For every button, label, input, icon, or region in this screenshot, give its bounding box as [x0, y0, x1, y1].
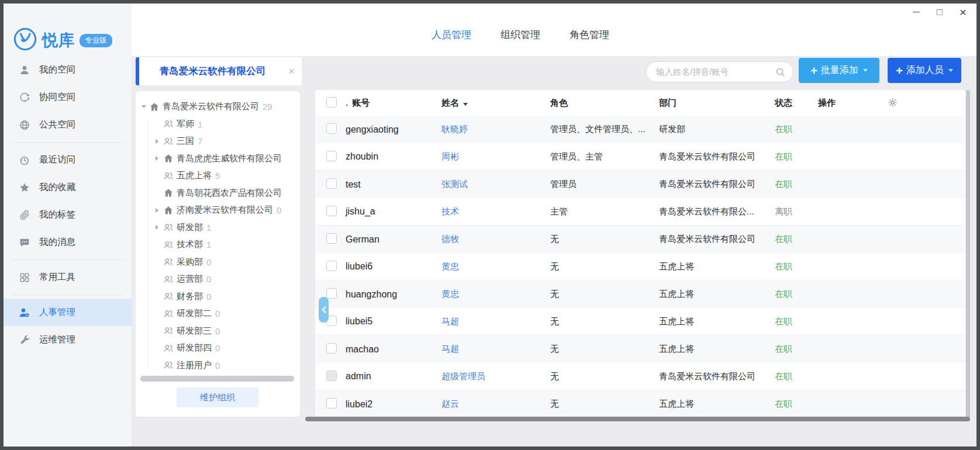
- table-vertical-scrollbar[interactable]: [966, 90, 970, 418]
- shield-check-icon[interactable]: [836, 178, 848, 191]
- row-checkbox[interactable]: [326, 233, 337, 244]
- sidebar-item-common-tools[interactable]: 常用工具: [4, 264, 132, 291]
- column-settings-gear-icon[interactable]: [887, 97, 898, 108]
- more-actions-icon[interactable]: [871, 261, 883, 273]
- edit-icon[interactable]: [818, 206, 830, 218]
- batch-add-button[interactable]: + 批量添加: [799, 58, 879, 83]
- row-checkbox[interactable]: [326, 151, 337, 161]
- edit-icon[interactable]: [818, 151, 830, 163]
- tree-arrow-icon[interactable]: [156, 156, 163, 161]
- tree-item[interactable]: 财务部 0: [136, 288, 300, 306]
- row-checkbox[interactable]: [326, 261, 337, 271]
- sidebar-item-personnel-management[interactable]: 人事管理: [4, 299, 132, 326]
- row-checkbox[interactable]: [326, 343, 337, 354]
- edit-icon[interactable]: [818, 261, 830, 273]
- sort-caret-icon[interactable]: [463, 103, 468, 106]
- edit-icon[interactable]: [818, 316, 830, 328]
- tree-item[interactable]: 青岛朝花西农产品有限公司: [136, 185, 300, 202]
- tree-collapse-handle[interactable]: [319, 297, 329, 323]
- tree-arrow-icon[interactable]: [156, 208, 163, 213]
- sidebar-item-public-space[interactable]: 公共空间: [4, 111, 132, 139]
- tree-item[interactable]: 济南爱米云软件有限公司 0: [136, 202, 300, 219]
- search-input[interactable]: [647, 67, 775, 77]
- trash-icon[interactable]: [853, 178, 865, 191]
- person-name-link[interactable]: 黄忠: [441, 261, 459, 271]
- tree-item[interactable]: 青岛虎虎生威软件有限公司: [136, 150, 300, 168]
- sidebar-item-my-messages[interactable]: 我的消息: [4, 229, 132, 256]
- more-actions-icon[interactable]: [871, 151, 883, 163]
- sidebar-item-collab-space[interactable]: 协同空间: [4, 84, 132, 111]
- more-actions-icon[interactable]: [871, 288, 883, 300]
- more-actions-icon[interactable]: [871, 398, 883, 410]
- person-name-link[interactable]: 黄忠: [441, 289, 459, 299]
- person-name-link[interactable]: 超级管理员: [441, 371, 485, 381]
- close-icon[interactable]: ×: [955, 5, 971, 20]
- tree-item[interactable]: 技术部 1: [136, 236, 300, 254]
- add-person-button[interactable]: + 添加人员: [888, 58, 961, 83]
- trash-icon[interactable]: [853, 316, 865, 328]
- search-icon[interactable]: [775, 67, 786, 78]
- maximize-icon[interactable]: □: [932, 5, 947, 20]
- trash-icon[interactable]: [853, 233, 865, 245]
- shield-check-icon[interactable]: [836, 398, 848, 410]
- shield-check-icon[interactable]: [836, 343, 848, 355]
- shield-check-icon[interactable]: [836, 151, 848, 163]
- row-checkbox[interactable]: [326, 123, 337, 134]
- trash-icon[interactable]: [853, 288, 865, 300]
- minimize-icon[interactable]: ─: [909, 5, 924, 20]
- row-checkbox[interactable]: [326, 206, 337, 216]
- tree-arrow-icon[interactable]: [142, 105, 149, 108]
- tree-arrow-icon[interactable]: [156, 225, 163, 230]
- tree-item[interactable]: 军师 1: [136, 116, 300, 133]
- edit-icon[interactable]: [818, 398, 830, 410]
- tree-item[interactable]: 青岛爱米云软件有限公司 29: [136, 98, 300, 116]
- person-name-link[interactable]: 张测试: [441, 179, 468, 189]
- trash-icon[interactable]: [853, 206, 865, 218]
- more-actions-icon[interactable]: [871, 178, 883, 191]
- tree-item[interactable]: 研发部四 0: [136, 340, 300, 357]
- sidebar-item-my-favorites[interactable]: 我的收藏: [4, 174, 132, 201]
- tree-item[interactable]: 采购部 0: [136, 254, 300, 271]
- table-horizontal-scrollbar[interactable]: [305, 417, 970, 421]
- person-name-link[interactable]: 马超: [441, 344, 459, 354]
- row-checkbox[interactable]: [326, 398, 337, 409]
- edit-icon[interactable]: [818, 288, 830, 300]
- trash-icon[interactable]: [853, 343, 865, 355]
- tree-item[interactable]: 注册用户 0: [136, 357, 300, 375]
- edit-icon[interactable]: [818, 233, 830, 245]
- tab-personnel[interactable]: 人员管理: [432, 28, 471, 41]
- shield-check-icon[interactable]: [836, 261, 848, 273]
- row-checkbox[interactable]: [326, 288, 337, 299]
- shield-check-icon[interactable]: [836, 288, 848, 300]
- org-chip-close-icon[interactable]: ×: [281, 65, 302, 78]
- tree-arrow-icon[interactable]: [156, 139, 163, 144]
- more-actions-icon[interactable]: [871, 206, 883, 218]
- edit-icon[interactable]: [818, 178, 830, 191]
- tree-item[interactable]: 研发部三 0: [136, 323, 300, 340]
- more-actions-icon[interactable]: [871, 343, 883, 355]
- shield-check-icon[interactable]: [836, 123, 848, 136]
- row-checkbox[interactable]: [326, 178, 337, 189]
- person-name-link[interactable]: 耿晓婷: [441, 124, 468, 134]
- trash-icon[interactable]: [853, 398, 865, 410]
- person-name-link[interactable]: 马超: [441, 316, 459, 326]
- edit-icon[interactable]: [818, 123, 830, 136]
- selected-org-chip[interactable]: 青岛爱米云软件有限公司 ×: [136, 57, 302, 85]
- tree-item[interactable]: 运营部 0: [136, 271, 300, 288]
- shield-check-icon[interactable]: [836, 233, 848, 245]
- sidebar-item-my-space[interactable]: 我的空间: [4, 56, 132, 84]
- maintain-org-button[interactable]: 维护组织: [177, 387, 258, 407]
- trash-icon[interactable]: [853, 123, 865, 136]
- person-name-link[interactable]: 技术: [441, 206, 459, 216]
- edit-icon[interactable]: [818, 371, 830, 383]
- tree-item[interactable]: 三国 7: [136, 133, 300, 150]
- tree-item[interactable]: 研发部 1: [136, 219, 300, 237]
- person-name-link[interactable]: 赵云: [441, 399, 459, 409]
- tree-item[interactable]: 研发部二 0: [136, 305, 300, 323]
- person-name-link[interactable]: 德牧: [441, 234, 459, 244]
- tree-horizontal-scrollbar[interactable]: [140, 376, 294, 382]
- tab-organization[interactable]: 组织管理: [501, 28, 540, 41]
- person-name-link[interactable]: 周彬: [441, 151, 459, 161]
- shield-check-icon[interactable]: [836, 206, 848, 218]
- sidebar-item-recent-visits[interactable]: 最近访问: [4, 146, 132, 174]
